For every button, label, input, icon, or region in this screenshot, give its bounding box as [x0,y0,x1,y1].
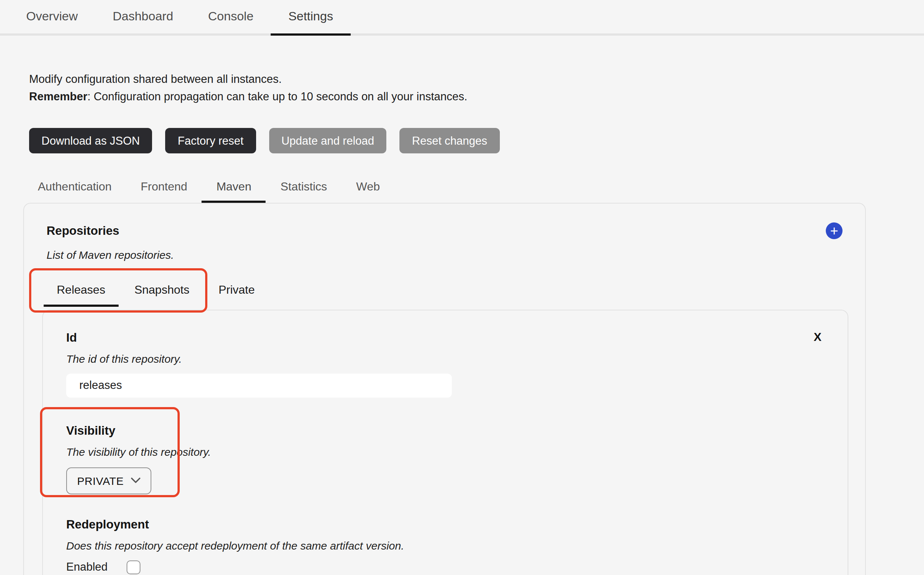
tab-private[interactable]: Private [206,273,268,307]
id-label: Id [66,330,77,344]
repository-tabs: Releases Snapshots Private [44,273,847,307]
repositories-panel: Repositories + List of Maven repositorie… [23,203,866,575]
intro-text: Modify configuration shared between all … [29,70,924,105]
factory-reset-button[interactable]: Factory reset [166,128,256,153]
remember-label: Remember [29,90,87,103]
remember-text: : Configuration propagation can take up … [87,90,467,103]
id-description: The id of this repository. [66,352,824,365]
tab-frontend[interactable]: Frontend [126,170,202,203]
intro-line-2: Remember: Configuration propagation can … [29,88,924,105]
config-tabs: Authentication Frontend Maven Statistics… [23,170,924,203]
add-repository-button[interactable]: + [826,222,843,239]
tab-overview[interactable]: Overview [9,0,95,33]
tab-snapshots[interactable]: Snapshots [121,273,202,307]
visibility-select[interactable]: PRIVATE [66,467,151,494]
download-json-button[interactable]: Download as JSON [29,128,153,153]
tab-authentication[interactable]: Authentication [23,170,126,203]
close-icon[interactable]: X [811,330,824,343]
tab-maven[interactable]: Maven [202,170,266,203]
tab-statistics[interactable]: Statistics [266,170,342,203]
enabled-row: Enabled [66,560,824,574]
visibility-label: Visibility [66,423,824,437]
repositories-title: Repositories [46,224,119,238]
tab-dashboard[interactable]: Dashboard [95,0,191,33]
action-buttons: Download as JSON Factory reset Update an… [29,128,924,153]
redeployment-label: Redeployment [66,517,824,531]
intro-line-1: Modify configuration shared between all … [29,70,924,88]
chevron-down-icon [131,478,140,483]
top-navigation: Overview Dashboard Console Settings [0,0,924,36]
id-field-header: Id X [66,330,824,344]
redeployment-description: Does this repository accept redeployment… [66,539,824,551]
enabled-checkbox[interactable] [127,560,140,574]
update-reload-button[interactable]: Update and reload [269,128,386,153]
visibility-description: The visibility of this repository. [66,445,824,457]
visibility-value: PRIVATE [77,474,124,487]
tab-settings[interactable]: Settings [271,0,350,33]
repositories-header: Repositories + [46,222,843,239]
tab-web[interactable]: Web [342,170,394,203]
reset-changes-button[interactable]: Reset changes [400,128,500,153]
tab-releases[interactable]: Releases [44,273,118,307]
tab-console[interactable]: Console [191,0,271,33]
enabled-label: Enabled [66,561,108,573]
repositories-subtitle: List of Maven repositories. [46,249,843,261]
repository-card: Id X The id of this repository. Visibili… [42,309,848,575]
id-input[interactable] [66,373,452,397]
settings-page: Overview Dashboard Console Settings Modi… [0,0,924,575]
